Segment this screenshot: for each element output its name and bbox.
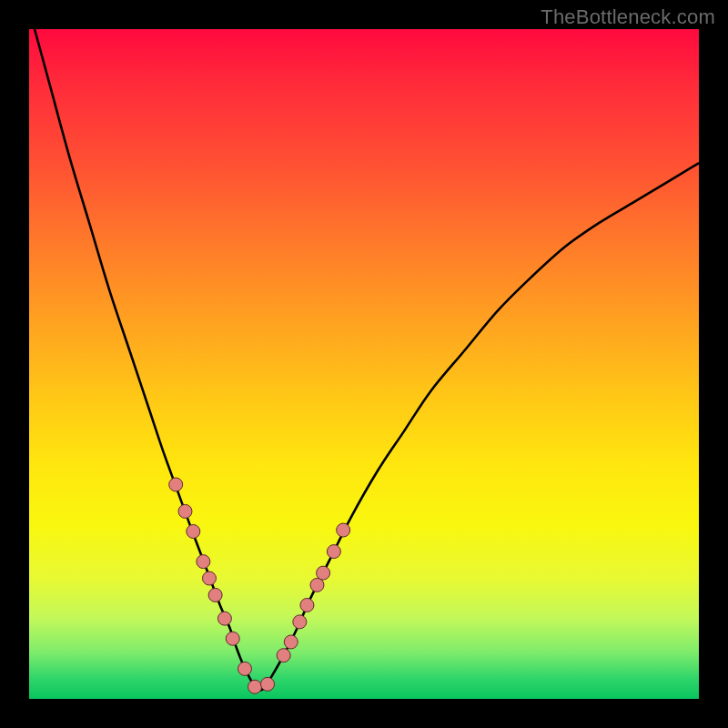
chart-frame: TheBottleneck.com — [0, 0, 728, 728]
highlight-dot — [317, 566, 330, 580]
plot-area — [29, 29, 699, 699]
watermark-text: TheBottleneck.com — [541, 5, 715, 29]
highlight-dot — [208, 588, 222, 602]
curve-svg — [29, 29, 699, 699]
highlight-dots — [169, 478, 350, 693]
highlight-dot — [300, 598, 314, 612]
highlight-dot — [217, 612, 231, 625]
highlight-dot — [178, 504, 192, 518]
highlight-dot — [310, 578, 324, 592]
highlight-dot — [238, 662, 251, 675]
highlight-dot — [202, 571, 216, 585]
highlight-dot — [169, 478, 183, 491]
highlight-dot — [277, 649, 290, 662]
highlight-dot — [327, 545, 340, 559]
highlight-dot — [226, 632, 239, 645]
highlight-dot — [293, 615, 307, 629]
highlight-dot — [337, 523, 350, 537]
highlight-dot — [197, 555, 210, 569]
highlight-dot — [261, 677, 275, 691]
highlight-dot — [284, 635, 298, 649]
bottleneck-curve — [29, 29, 699, 690]
highlight-dot — [248, 680, 262, 693]
highlight-dot — [187, 525, 200, 539]
